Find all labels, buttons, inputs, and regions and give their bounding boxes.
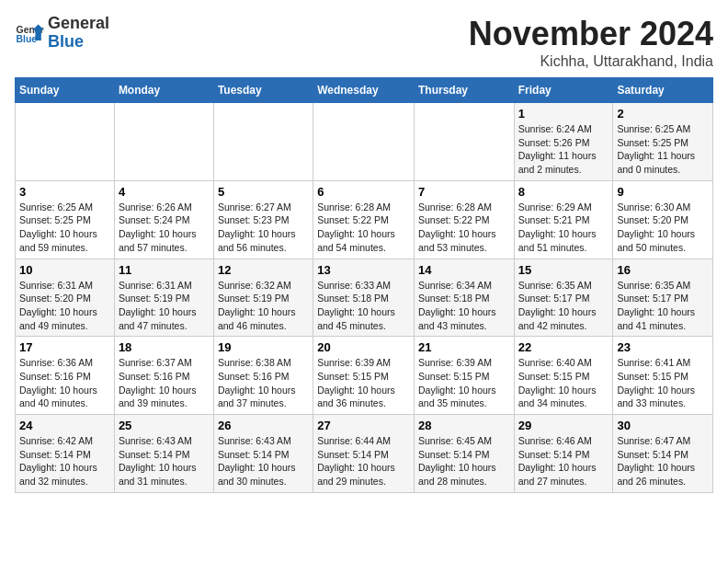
- day-number: 5: [218, 185, 309, 199]
- day-info: Sunrise: 6:34 AM Sunset: 5:18 PM Dayligh…: [418, 279, 510, 333]
- day-info: Sunrise: 6:39 AM Sunset: 5:15 PM Dayligh…: [317, 356, 410, 410]
- day-number: 6: [317, 185, 410, 199]
- day-info: Sunrise: 6:25 AM Sunset: 5:25 PM Dayligh…: [19, 201, 110, 255]
- day-info: Sunrise: 6:24 AM Sunset: 5:26 PM Dayligh…: [518, 122, 609, 177]
- weekday-header-cell: Saturday: [613, 78, 713, 103]
- calendar-day-cell: 6Sunrise: 6:28 AM Sunset: 5:22 PM Daylig…: [313, 180, 415, 259]
- day-number: 3: [19, 185, 110, 199]
- calendar-day-cell: 1Sunrise: 6:24 AM Sunset: 5:26 PM Daylig…: [514, 103, 613, 181]
- header: General Blue General Blue November 2024 …: [15, 15, 713, 70]
- day-info: Sunrise: 6:40 AM Sunset: 5:15 PM Dayligh…: [518, 356, 609, 410]
- calendar-day-cell: 17Sunrise: 6:36 AM Sunset: 5:16 PM Dayli…: [16, 337, 115, 415]
- calendar-day-cell: 8Sunrise: 6:29 AM Sunset: 5:21 PM Daylig…: [514, 180, 613, 259]
- day-info: Sunrise: 6:38 AM Sunset: 5:16 PM Dayligh…: [218, 356, 309, 410]
- calendar-day-cell: 27Sunrise: 6:44 AM Sunset: 5:14 PM Dayli…: [313, 415, 415, 493]
- calendar-day-cell: 11Sunrise: 6:31 AM Sunset: 5:19 PM Dayli…: [114, 259, 213, 337]
- calendar-day-cell: 26Sunrise: 6:43 AM Sunset: 5:14 PM Dayli…: [213, 415, 313, 493]
- day-info: Sunrise: 6:32 AM Sunset: 5:19 PM Dayligh…: [218, 279, 309, 333]
- day-info: Sunrise: 6:25 AM Sunset: 5:25 PM Dayligh…: [617, 122, 709, 177]
- calendar-day-cell: 29Sunrise: 6:46 AM Sunset: 5:14 PM Dayli…: [514, 415, 613, 493]
- logo-blue-text: Blue: [48, 32, 84, 51]
- calendar-day-cell: 5Sunrise: 6:27 AM Sunset: 5:23 PM Daylig…: [213, 180, 313, 259]
- calendar-day-cell: 12Sunrise: 6:32 AM Sunset: 5:19 PM Dayli…: [213, 259, 313, 337]
- day-info: Sunrise: 6:31 AM Sunset: 5:19 PM Dayligh…: [119, 279, 210, 333]
- day-info: Sunrise: 6:43 AM Sunset: 5:14 PM Dayligh…: [119, 434, 210, 488]
- calendar-day-cell: [414, 103, 514, 181]
- calendar-day-cell: 28Sunrise: 6:45 AM Sunset: 5:14 PM Dayli…: [414, 415, 514, 493]
- day-number: 19: [218, 340, 309, 354]
- calendar-week-row: 3Sunrise: 6:25 AM Sunset: 5:25 PM Daylig…: [16, 180, 713, 259]
- calendar-day-cell: [213, 103, 313, 181]
- day-number: 14: [418, 263, 510, 277]
- day-number: 2: [617, 107, 709, 121]
- weekday-header-cell: Friday: [514, 78, 613, 103]
- day-number: 13: [317, 263, 410, 277]
- weekday-header-row: SundayMondayTuesdayWednesdayThursdayFrid…: [16, 78, 713, 103]
- logo-icon: General Blue: [15, 18, 44, 48]
- day-number: 27: [317, 419, 410, 432]
- day-number: 26: [218, 419, 309, 432]
- weekday-header-cell: Wednesday: [313, 78, 415, 103]
- day-info: Sunrise: 6:36 AM Sunset: 5:16 PM Dayligh…: [19, 356, 110, 410]
- day-number: 8: [518, 185, 609, 199]
- day-number: 29: [518, 419, 609, 432]
- calendar-day-cell: 21Sunrise: 6:39 AM Sunset: 5:15 PM Dayli…: [414, 337, 514, 415]
- day-number: 9: [617, 185, 709, 199]
- calendar-day-cell: 22Sunrise: 6:40 AM Sunset: 5:15 PM Dayli…: [514, 337, 613, 415]
- day-number: 10: [19, 263, 110, 277]
- calendar-day-cell: 23Sunrise: 6:41 AM Sunset: 5:15 PM Dayli…: [613, 337, 713, 415]
- day-number: 4: [119, 185, 210, 199]
- day-info: Sunrise: 6:33 AM Sunset: 5:18 PM Dayligh…: [317, 279, 410, 333]
- calendar-day-cell: 19Sunrise: 6:38 AM Sunset: 5:16 PM Dayli…: [213, 337, 313, 415]
- weekday-header-cell: Monday: [114, 78, 213, 103]
- month-title: November 2024: [469, 15, 713, 53]
- calendar-table: SundayMondayTuesdayWednesdayThursdayFrid…: [15, 77, 713, 493]
- day-info: Sunrise: 6:26 AM Sunset: 5:24 PM Dayligh…: [119, 201, 210, 255]
- day-info: Sunrise: 6:46 AM Sunset: 5:14 PM Dayligh…: [518, 434, 609, 488]
- calendar-day-cell: 3Sunrise: 6:25 AM Sunset: 5:25 PM Daylig…: [16, 180, 115, 259]
- calendar-week-row: 10Sunrise: 6:31 AM Sunset: 5:20 PM Dayli…: [16, 259, 713, 337]
- day-number: 11: [119, 263, 210, 277]
- calendar-day-cell: 15Sunrise: 6:35 AM Sunset: 5:17 PM Dayli…: [514, 259, 613, 337]
- calendar-day-cell: [16, 103, 115, 181]
- calendar-week-row: 1Sunrise: 6:24 AM Sunset: 5:26 PM Daylig…: [16, 103, 713, 181]
- weekday-header-cell: Sunday: [16, 78, 115, 103]
- location-title: Kichha, Uttarakhand, India: [469, 53, 713, 70]
- calendar-day-cell: 14Sunrise: 6:34 AM Sunset: 5:18 PM Dayli…: [414, 259, 514, 337]
- day-number: 20: [317, 340, 410, 354]
- day-number: 7: [418, 185, 510, 199]
- calendar-day-cell: 10Sunrise: 6:31 AM Sunset: 5:20 PM Dayli…: [16, 259, 115, 337]
- day-info: Sunrise: 6:37 AM Sunset: 5:16 PM Dayligh…: [119, 356, 210, 410]
- calendar-day-cell: 9Sunrise: 6:30 AM Sunset: 5:20 PM Daylig…: [613, 180, 713, 259]
- day-number: 1: [518, 107, 609, 121]
- day-info: Sunrise: 6:39 AM Sunset: 5:15 PM Dayligh…: [418, 356, 510, 410]
- calendar-day-cell: [114, 103, 213, 181]
- calendar-day-cell: 30Sunrise: 6:47 AM Sunset: 5:14 PM Dayli…: [613, 415, 713, 493]
- day-number: 12: [218, 263, 309, 277]
- day-number: 30: [617, 419, 709, 432]
- calendar-week-row: 24Sunrise: 6:42 AM Sunset: 5:14 PM Dayli…: [16, 415, 713, 493]
- calendar-day-cell: 20Sunrise: 6:39 AM Sunset: 5:15 PM Dayli…: [313, 337, 415, 415]
- day-info: Sunrise: 6:30 AM Sunset: 5:20 PM Dayligh…: [617, 201, 709, 255]
- day-info: Sunrise: 6:47 AM Sunset: 5:14 PM Dayligh…: [617, 434, 709, 488]
- day-number: 17: [19, 340, 110, 354]
- logo: General Blue General Blue: [15, 15, 109, 52]
- day-info: Sunrise: 6:29 AM Sunset: 5:21 PM Dayligh…: [518, 201, 609, 255]
- weekday-header-cell: Thursday: [414, 78, 514, 103]
- calendar-day-cell: 18Sunrise: 6:37 AM Sunset: 5:16 PM Dayli…: [114, 337, 213, 415]
- day-info: Sunrise: 6:45 AM Sunset: 5:14 PM Dayligh…: [418, 434, 510, 488]
- calendar-day-cell: 4Sunrise: 6:26 AM Sunset: 5:24 PM Daylig…: [114, 180, 213, 259]
- day-info: Sunrise: 6:28 AM Sunset: 5:22 PM Dayligh…: [418, 201, 510, 255]
- day-info: Sunrise: 6:31 AM Sunset: 5:20 PM Dayligh…: [19, 279, 110, 333]
- day-info: Sunrise: 6:42 AM Sunset: 5:14 PM Dayligh…: [19, 434, 110, 488]
- day-info: Sunrise: 6:35 AM Sunset: 5:17 PM Dayligh…: [617, 279, 709, 333]
- day-info: Sunrise: 6:44 AM Sunset: 5:14 PM Dayligh…: [317, 434, 410, 488]
- day-number: 21: [418, 340, 510, 354]
- day-info: Sunrise: 6:28 AM Sunset: 5:22 PM Dayligh…: [317, 201, 410, 255]
- svg-text:Blue: Blue: [17, 34, 38, 44]
- day-info: Sunrise: 6:43 AM Sunset: 5:14 PM Dayligh…: [218, 434, 309, 488]
- calendar-day-cell: 7Sunrise: 6:28 AM Sunset: 5:22 PM Daylig…: [414, 180, 514, 259]
- calendar-day-cell: 16Sunrise: 6:35 AM Sunset: 5:17 PM Dayli…: [613, 259, 713, 337]
- calendar-day-cell: 25Sunrise: 6:43 AM Sunset: 5:14 PM Dayli…: [114, 415, 213, 493]
- day-number: 15: [518, 263, 609, 277]
